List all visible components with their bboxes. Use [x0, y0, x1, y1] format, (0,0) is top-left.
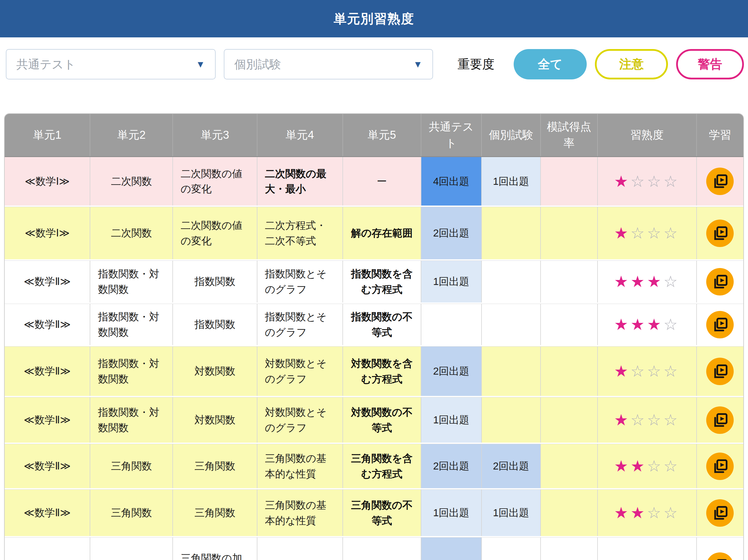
table-row: ≪数学Ⅱ≫三角関数三角関数三角関数の基本的な性質三角関数を含む方程式2回出題2回… — [5, 444, 743, 489]
star-filled-icon: ★ — [614, 224, 630, 242]
star-empty-icon: ☆ — [663, 224, 680, 242]
cell-proficiency: ★☆☆☆ — [598, 157, 697, 205]
learn-button[interactable] — [706, 553, 734, 560]
learn-button[interactable] — [706, 268, 734, 295]
learn-button[interactable] — [706, 311, 734, 338]
individual-exam-select-placeholder: 個別試験 — [234, 56, 413, 72]
cell-unit3: 対数関数 — [173, 397, 257, 443]
star-filled-icon: ★ — [614, 316, 630, 333]
common-test-filter-select[interactable]: 共通テスト ▼ — [6, 49, 216, 79]
cell-unit3: 指数関数 — [173, 261, 257, 302]
star-filled-icon: ★ — [631, 504, 647, 521]
cell-unit5: ー — [343, 537, 421, 560]
learn-button[interactable] — [706, 499, 734, 527]
play-lesson-icon — [706, 553, 734, 560]
cell-unit5: 指数関数を含む方程式 — [343, 261, 421, 302]
filter-caution-button[interactable]: 注意 — [595, 49, 668, 79]
star-empty-icon: ☆ — [663, 173, 680, 190]
cell-unit5: 三角関数を含む方程式 — [343, 444, 421, 488]
column-header-learn: 学習 — [697, 114, 743, 156]
cell-learn — [697, 346, 743, 396]
cell-unit5: 三角関数の不等式 — [343, 490, 421, 536]
star-filled-icon: ★ — [614, 457, 630, 475]
cell-unit2: 三角関数 — [90, 490, 173, 536]
star-filled-icon: ★ — [614, 362, 630, 380]
learn-button[interactable] — [706, 168, 734, 195]
cell-unit2: 二次関数 — [90, 207, 173, 259]
learn-button[interactable] — [706, 453, 734, 480]
cell-individual-exam-count — [482, 207, 541, 259]
play-lesson-icon — [706, 311, 734, 338]
star-filled-icon: ★ — [647, 273, 663, 290]
cell-unit4: 二次方程式・二次不等式 — [257, 207, 343, 259]
cell-mock-score-rate — [541, 444, 598, 488]
column-header-unit4: 単元4 — [257, 114, 343, 156]
cell-proficiency: ★★★☆ — [598, 304, 697, 345]
star-empty-icon: ☆ — [647, 457, 663, 475]
cell-individual-exam-count — [482, 261, 541, 302]
proficiency-stars: ★★☆☆ — [614, 501, 680, 525]
star-empty-icon: ☆ — [663, 557, 680, 560]
cell-unit2: 指数関数・対数関数 — [90, 304, 173, 345]
cell-common-test-count: 1回出題 — [421, 397, 482, 443]
cell-individual-exam-count: 1回出題 — [482, 490, 541, 536]
cell-unit4: 対数関数とそのグラフ — [257, 397, 343, 443]
table-row: ≪数学Ⅱ≫指数関数・対数関数対数関数対数関数とそのグラフ対数関数の不等式1回出題… — [5, 397, 743, 444]
play-lesson-icon — [706, 220, 734, 247]
cell-unit2: 指数関数・対数関数 — [90, 261, 173, 302]
play-lesson-icon — [706, 268, 734, 295]
cell-unit4: 対数関数とそのグラフ — [257, 346, 343, 396]
cell-unit2: 三角関数 — [90, 444, 173, 488]
cell-common-test-count: 2回出題 — [421, 444, 482, 488]
proficiency-stars: ★☆☆☆ — [614, 359, 680, 383]
page-title-bar: 単元別習熟度 — [0, 0, 748, 38]
cell-mock-score-rate — [541, 304, 598, 345]
cell-unit1: ≪数学Ⅱ≫ — [5, 444, 90, 488]
unit-proficiency-page: 単元別習熟度 共通テスト ▼ 個別試験 ▼ 重要度 全て 注意 警告 単元1 単… — [0, 0, 748, 560]
cell-individual-exam-count — [482, 537, 541, 560]
star-filled-icon: ★ — [614, 504, 630, 521]
proficiency-stars: ★★★☆ — [614, 313, 680, 336]
cell-learn — [697, 397, 743, 443]
learn-button[interactable] — [706, 407, 734, 434]
star-empty-icon: ☆ — [647, 362, 663, 380]
star-filled-icon: ★ — [614, 273, 630, 290]
star-empty-icon: ☆ — [663, 273, 680, 290]
star-empty-icon: ☆ — [647, 224, 663, 242]
cell-proficiency: ★★☆☆ — [598, 490, 697, 536]
individual-exam-filter-select[interactable]: 個別試験 ▼ — [224, 49, 433, 79]
cell-common-test-count: 4回出題 — [421, 157, 482, 205]
cell-unit4: 三角関数の基本的な性質 — [257, 444, 343, 488]
table-header-row: 単元1 単元2 単元3 単元4 単元5 共通テスト 個別試験 模試得点率 習熟度… — [5, 114, 743, 157]
cell-unit3: 対数関数 — [173, 346, 257, 396]
star-filled-icon: ★ — [631, 273, 647, 290]
cell-learn — [697, 490, 743, 536]
importance-label: 重要度 — [458, 56, 494, 72]
filter-all-button[interactable]: 全て — [514, 49, 587, 79]
proficiency-stars: ★☆☆☆ — [614, 408, 680, 432]
cell-unit1: ≪数学Ⅱ≫ — [5, 490, 90, 536]
cell-common-test-count: 2回出題 — [421, 537, 482, 560]
proficiency-stars: ★☆☆☆ — [614, 221, 680, 245]
star-filled-icon: ★ — [631, 316, 647, 333]
unit-proficiency-table: 単元1 単元2 単元3 単元4 単元5 共通テスト 個別試験 模試得点率 習熟度… — [4, 113, 744, 560]
cell-mock-score-rate — [541, 490, 598, 536]
proficiency-stars: ★★★☆ — [614, 270, 680, 293]
cell-common-test-count: 1回出題 — [421, 261, 482, 302]
cell-individual-exam-count — [482, 304, 541, 345]
column-header-unit1: 単元1 — [5, 114, 90, 156]
learn-button[interactable] — [706, 220, 734, 247]
star-empty-icon: ☆ — [663, 504, 680, 521]
cell-unit1: ≪数学Ⅱ≫ — [5, 304, 90, 345]
cell-common-test-count: 2回出題 — [421, 346, 482, 396]
cell-learn — [697, 157, 743, 205]
column-header-unit2: 単元2 — [90, 114, 173, 156]
learn-button[interactable] — [706, 358, 734, 385]
cell-unit5: ー — [343, 157, 421, 205]
cell-unit4: 加法定理 — [257, 537, 343, 560]
cell-unit5: 対数関数の不等式 — [343, 397, 421, 443]
play-lesson-icon — [706, 358, 734, 385]
filter-warning-button[interactable]: 警告 — [676, 49, 744, 79]
cell-mock-score-rate — [541, 207, 598, 259]
cell-unit4: 三角関数の基本的な性質 — [257, 490, 343, 536]
